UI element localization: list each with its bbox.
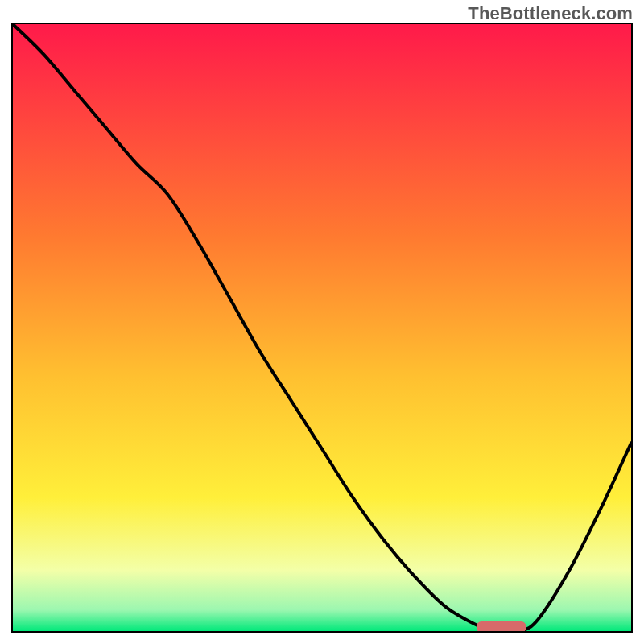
attribution-text: TheBottleneck.com	[468, 3, 633, 24]
gradient-fill	[13, 24, 631, 631]
bottleneck-chart	[13, 24, 631, 631]
optimal-range-marker	[477, 621, 526, 631]
